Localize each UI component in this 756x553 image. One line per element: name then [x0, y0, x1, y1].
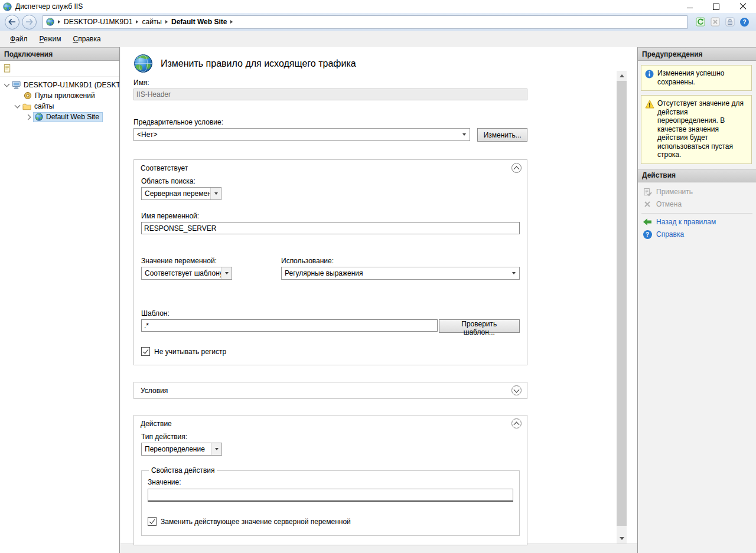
- variable-value-label: Значение переменной:: [141, 257, 281, 265]
- computer-icon: [12, 81, 21, 89]
- cancel-action[interactable]: Отмена: [638, 198, 756, 211]
- expand-icon[interactable]: [15, 103, 21, 109]
- help-icon[interactable]: ?: [739, 17, 750, 28]
- match-section: Соответствует Область поиска: Серверная …: [133, 159, 527, 365]
- tree-item-app-pools[interactable]: Пулы приложений: [0, 90, 119, 101]
- help-label: Справка: [656, 230, 684, 238]
- minimize-button[interactable]: [676, 0, 703, 13]
- expand-icon[interactable]: [25, 114, 31, 120]
- tree-item-default-web-site[interactable]: Default Web Site: [0, 112, 119, 122]
- apply-action[interactable]: Применить: [638, 186, 756, 198]
- action-value-input[interactable]: [148, 489, 513, 502]
- back-arrow-icon: [8, 18, 16, 25]
- menu-bar: Файл Режим Справка: [0, 31, 756, 47]
- back-to-rules-action[interactable]: Назад к правилам: [638, 216, 756, 228]
- connections-panel: Подключения DESKTOP-U1MK9D1 (DESKTOP Пул…: [0, 47, 120, 553]
- menu-help[interactable]: Справка: [68, 32, 106, 45]
- scroll-up-button[interactable]: [617, 71, 627, 81]
- tree-label: Пулы приложений: [35, 91, 95, 100]
- titlebar: Диспетчер служб IIS: [0, 0, 756, 13]
- conditions-section-header[interactable]: Условия: [134, 382, 527, 398]
- apply-icon: [642, 188, 653, 197]
- using-dropdown[interactable]: Регулярные выражения: [281, 267, 520, 280]
- help-icon: ?: [642, 230, 653, 239]
- collapse-icon[interactable]: [511, 163, 522, 173]
- menu-view[interactable]: Режим: [34, 32, 67, 45]
- minimize-icon: [687, 8, 693, 8]
- maximize-icon: [713, 4, 719, 10]
- breadcrumb: DESKTOP-U1MK9D1 сайты Default Web Site: [43, 15, 687, 29]
- tree-item-server[interactable]: DESKTOP-U1MK9D1 (DESKTOP: [0, 80, 119, 90]
- address-bar-icons: ?: [695, 17, 750, 28]
- connections-toolbar: [0, 61, 119, 77]
- site-globe-icon: [46, 18, 54, 26]
- expand-icon[interactable]: [4, 81, 10, 87]
- pattern-label: Шаблон:: [141, 309, 520, 318]
- test-pattern-button[interactable]: Проверить шаблон...: [439, 319, 520, 333]
- selected-tree-item[interactable]: Default Web Site: [33, 112, 103, 122]
- window-controls: [676, 0, 756, 13]
- scrollbar-thumb[interactable]: [617, 81, 627, 526]
- pattern-input[interactable]: [141, 319, 438, 332]
- new-connection-icon[interactable]: [3, 64, 12, 73]
- collapse-icon[interactable]: [511, 418, 522, 428]
- chevron-down-icon: [512, 272, 516, 274]
- refresh-icon[interactable]: [695, 17, 706, 28]
- menu-file[interactable]: Файл: [5, 32, 33, 45]
- close-button[interactable]: [729, 0, 756, 13]
- action-section-header[interactable]: Действие: [134, 415, 527, 431]
- action-type-label: Тип действия:: [141, 433, 520, 441]
- expand-icon[interactable]: [511, 385, 522, 395]
- page-globe-icon: [133, 54, 153, 73]
- action-properties-legend: Свойства действия: [149, 466, 217, 475]
- help-action[interactable]: ? Справка: [638, 228, 756, 241]
- variable-name-input[interactable]: [141, 222, 520, 234]
- lock-icon[interactable]: [724, 17, 735, 28]
- stop-icon[interactable]: [709, 17, 721, 28]
- action-section-body: Тип действия: Переопределение Свойства д…: [134, 431, 527, 545]
- breadcrumb-default-web-site[interactable]: Default Web Site: [171, 18, 227, 26]
- checkbox-checked-icon: [148, 517, 157, 526]
- scroll-down-button[interactable]: [617, 534, 627, 544]
- forward-arrow-icon: [25, 18, 33, 25]
- iis-manager-window: Диспетчер служб IIS DESKTOP-U1MK9D1 сайт…: [0, 0, 756, 553]
- info-alert-text: Изменения успешно сохранены.: [657, 69, 748, 86]
- feature-page: Изменить правило для исходящего трафика …: [120, 47, 637, 544]
- ignore-case-label: Не учитывать регистр: [154, 348, 226, 356]
- section-title: Условия: [141, 387, 168, 395]
- site-globe-icon: [35, 113, 43, 121]
- edit-precondition-button[interactable]: Изменить...: [477, 128, 527, 142]
- vertical-scrollbar[interactable]: [617, 71, 627, 544]
- breadcrumb-sites[interactable]: сайты: [142, 18, 162, 26]
- chevron-down-icon: [211, 443, 221, 455]
- replace-value-label: Заменить действующее значение серверной …: [161, 518, 351, 526]
- variable-value-dropdown[interactable]: Соответствует шаблону: [141, 267, 232, 280]
- breadcrumb-server[interactable]: DESKTOP-U1MK9D1: [64, 18, 132, 26]
- actions-header: Действия: [638, 169, 756, 182]
- scope-dropdown[interactable]: Серверная переменн: [141, 187, 221, 200]
- back-arrow-icon: [642, 218, 653, 226]
- match-section-header[interactable]: Соответствует: [134, 160, 527, 176]
- ignore-case-checkbox[interactable]: Не учитывать регистр: [141, 347, 520, 356]
- replace-value-checkbox[interactable]: Заменить действующее значение серверной …: [148, 517, 513, 526]
- back-button[interactable]: [5, 15, 19, 30]
- warning-icon: [645, 100, 654, 109]
- action-type-dropdown[interactable]: Переопределение: [141, 443, 222, 456]
- name-input: [133, 89, 527, 100]
- tree-item-sites[interactable]: сайты: [0, 101, 119, 112]
- precondition-dropdown[interactable]: <Нет>: [133, 128, 470, 141]
- action-section: Действие Тип действия: Переопределение С…: [133, 415, 527, 545]
- info-icon: [645, 70, 654, 78]
- right-panel: Предупреждения Изменения успешно сохране…: [637, 47, 756, 553]
- value-label: Значение:: [148, 478, 513, 486]
- forward-button[interactable]: [22, 15, 37, 30]
- page-header: Изменить правило для исходящего трафика: [133, 53, 527, 74]
- scope-label: Область поиска:: [141, 177, 520, 185]
- using-label: Использование:: [281, 257, 520, 265]
- tree-label: Default Web Site: [46, 113, 99, 121]
- using-value: Регулярные выражения: [285, 269, 510, 277]
- variable-value-value: Соответствует шаблону: [145, 269, 221, 277]
- page-title: Изменить правило для исходящего трафика: [161, 58, 356, 69]
- triangle-up-icon: [620, 74, 624, 77]
- maximize-button[interactable]: [703, 0, 729, 13]
